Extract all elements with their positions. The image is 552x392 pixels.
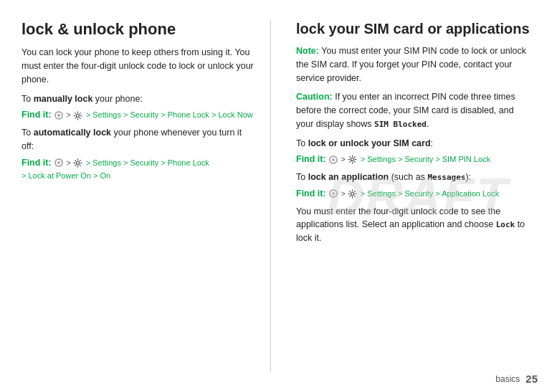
gear-icon-2	[73, 158, 82, 168]
to-lock-app-line: To lock an application (such as Messages…	[296, 171, 530, 184]
caution-label: Caution:	[296, 92, 333, 102]
svg-point-3	[351, 192, 354, 195]
lock-app-end: ):	[465, 172, 471, 182]
footer: basics 25	[495, 373, 538, 385]
to-manually-line: To manually lock your phone:	[22, 92, 256, 106]
lock-word: Lock	[496, 220, 515, 229]
note-para: Note: You must enter your SIM PIN code t…	[296, 44, 530, 85]
find-it-sim-path: > Settings > Security > SIM PIN Lock	[361, 155, 490, 163]
to-lock-app-text: To	[296, 172, 308, 182]
footer-text: basics	[495, 374, 520, 384]
find-it-2-block: Find it: > > Settings > Security > Phone…	[22, 156, 256, 183]
find-it-2-path: > Settings > Security > Phone Lock	[86, 158, 209, 167]
bullet-icon-sim	[329, 156, 338, 164]
chevron-sim: >	[341, 156, 348, 163]
find-it-label-text: Find it:	[22, 110, 52, 120]
svg-point-2	[351, 158, 354, 161]
note-label: Note:	[296, 46, 319, 56]
find-it-1-path: > Settings > Security > Phone Lock > Loc…	[86, 110, 253, 119]
right-column: lock your SIM card or applications Note:…	[292, 20, 530, 372]
chevron-1: >	[67, 111, 73, 119]
final-para: You must enter the four-digit unlock cod…	[296, 205, 530, 245]
lock-app-bold: lock an application	[308, 172, 389, 182]
to-lock-sim-text: To	[296, 138, 308, 148]
lock-app-mid: (such as	[389, 172, 427, 182]
bullet-icon-app	[329, 189, 338, 198]
find-it-app-label-text: Find it:	[296, 188, 326, 199]
to-lock-sim-line: To lock or unlock your SIM card:	[296, 137, 530, 150]
find-it-2b-path: > Lock at Power On > On	[22, 171, 110, 180]
to-auto-text: To	[22, 128, 34, 138]
find-it-app-path: > Settings > Security > Application Lock	[361, 189, 500, 198]
gear-icon-app	[348, 189, 357, 199]
to-lock-sim-end: :	[431, 138, 433, 148]
find-it-2-label-text: Find it:	[22, 158, 52, 168]
to-auto-line: To automatically lock your phone wheneve…	[22, 126, 256, 153]
find-it-sim-label-text: Find it:	[296, 154, 326, 164]
auto-bold: automatically lock	[34, 128, 111, 138]
manually-bold: manually lock	[34, 94, 93, 104]
find-it-1-block: Find it: > > Settings > Security > Phone…	[22, 108, 256, 122]
footer-number: 25	[525, 373, 538, 385]
find-it-sim-block: Find it: > > Settings > Security > SIM P…	[296, 153, 530, 166]
svg-point-0	[77, 114, 80, 117]
gear-icon-1	[73, 111, 82, 120]
page-container: lock & unlock phone You can lock your ph…	[0, 0, 552, 392]
caution-para: Caution: If you enter an incorrect PIN c…	[296, 90, 530, 130]
sim-blocked: SIM Blocked	[374, 120, 427, 129]
left-para1: You can lock your phone to keep others f…	[22, 46, 256, 86]
final-para-text: You must enter the four-digit unlock cod…	[296, 206, 500, 230]
lock-sim-bold: lock or unlock your SIM card	[308, 138, 431, 148]
find-it-2b-label: > Lock at Power On > On	[22, 171, 110, 181]
left-title: lock & unlock phone	[22, 20, 256, 39]
chevron-2: >	[67, 159, 73, 167]
find-it-sim-label: Find it: > > Settings > Security > SIM P…	[296, 154, 490, 164]
bullet-icon-2	[54, 158, 63, 167]
lock-app-messages: Messages	[427, 173, 465, 182]
find-it-2-label: Find it: > > Settings > Security > Phone…	[22, 158, 209, 168]
find-it-app-block: Find it: > > Settings > Security > Appli…	[296, 187, 530, 201]
find-it-app-label: Find it: > > Settings > Security > Appli…	[296, 188, 499, 199]
svg-point-1	[77, 161, 80, 164]
to-manually-rest: your phone:	[92, 94, 143, 104]
gear-icon-sim	[348, 155, 357, 164]
bullet-icon-1	[54, 111, 63, 120]
find-it-1-label: Find it: > > Settings > Security > Phone…	[22, 110, 253, 120]
caution-end: .	[427, 119, 429, 129]
chevron-app: >	[341, 190, 348, 198]
right-title: lock your SIM card or applications	[296, 20, 530, 37]
to-manually-text: To	[22, 94, 34, 104]
note-text: You must enter your SIM PIN code to lock…	[296, 46, 526, 83]
left-column: lock & unlock phone You can lock your ph…	[22, 20, 271, 372]
